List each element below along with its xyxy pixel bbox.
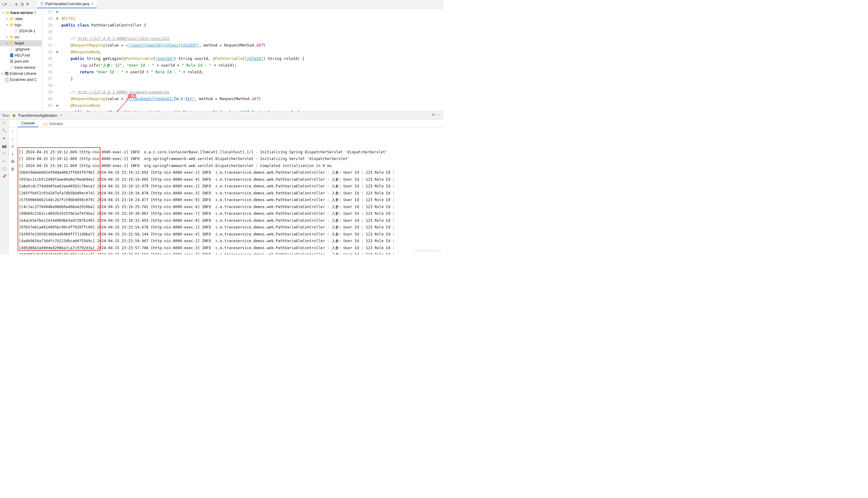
clear-icon[interactable]: 🗑 [11,167,15,171]
scroll-down-icon[interactable]: ↓ [12,136,14,141]
log-line: [] 2024-04-15 23:19:12.669 [http-nio-808… [19,155,442,162]
run-label: Run: [2,114,10,118]
project-root[interactable]: ▾📁 trace-service D [0,10,42,16]
log-line: [e4acb3efbe124144969b63ed7287b199] 2024-… [19,217,442,224]
tree-node[interactable]: 📄2024-04-1 [0,28,42,34]
actuator-tab[interactable]: ⋀⋁ Actuator [39,120,67,127]
log-line: [da4b0826a73d4fc7b223dbca0075569c] 2024-… [19,238,442,245]
log-line: [053ec11cbfc249dfaae49a0a70ede94a] 2024-… [19,176,442,183]
tree-node[interactable]: Ⓜpom.xml [0,58,42,65]
tree-node[interactable]: 📘HELP.md [0,52,42,58]
layout-icon[interactable]: ▢ [2,167,6,171]
tree-node[interactable]: 📄trace-service [0,65,42,70]
log-line: [485d8843ad404ed298ba7ca7c9792d3a] 2024-… [19,245,442,252]
settings-icon[interactable]: ⚙ [26,2,29,6]
code-content[interactable]: @Slf4j public class PathVariableControll… [60,9,443,112]
log-line: [575906666b214dc2b7fc59bb4694c079] 2024-… [19,197,442,204]
toolbar-dropdown[interactable]: ... [10,2,12,6]
stop-icon[interactable]: ■ [3,136,5,141]
tree-node[interactable]: ▾📁.idea [0,16,42,22]
collapse-icon[interactable]: ⇶ [21,2,23,6]
external-libraries[interactable]: ▸📚 External Librarie [0,70,42,77]
main-toolbar: ▢▾ ... ⊕ ⇶ ⚙ Ⓒ PathVariableController.ja… [0,0,443,9]
camera-icon[interactable]: 📷 [2,144,7,148]
run-toolbar-left: ↻ 🔧 ■ 📷 ⟲ ⇤ ▢ 📌 [0,120,9,254]
debug-restart-icon[interactable]: ⟲ [2,151,6,156]
wrench-icon[interactable]: 🔧 [2,128,7,133]
run-config-name[interactable]: TraceServiceApplication [18,114,57,118]
close-run-config-icon[interactable]: ✕ [60,114,62,117]
project-root-label: trace-service [10,11,33,15]
run-tabs: Console ⋀⋁ Actuator [9,120,443,128]
java-class-icon: Ⓒ [40,1,44,6]
run-panel: Run: ⬢ TraceServiceApplication ✕ ⚙ — ↻ 🔧… [0,112,443,254]
spring-boot-icon: ⬢ [12,114,15,118]
log-line: [09b69c2261cc4692b1915f0e1ef4f4ba] 2024-… [19,210,442,217]
target-icon[interactable]: ⊕ [15,2,18,6]
run-header: Run: ⬢ TraceServiceApplication ✕ ⚙ — [0,112,443,120]
log-line: [bb919e6de6b54f848a4002ff603f0796] 2024-… [19,169,442,176]
log-line: [a8e5cdc774dd40fea63aa465b2c76ece] 2024-… [19,183,442,190]
run-settings-icon[interactable]: ⚙ — [432,113,439,117]
rerun-icon[interactable]: ↻ [2,121,6,125]
log-line: [] 2024-04-15 23:19:12.669 [http-nio-808… [19,162,442,169]
project-tree[interactable]: ▾📁 trace-service D ▾📁.idea▾📁logs📄2024-04… [0,9,42,112]
editor-tab-active[interactable]: Ⓒ PathVariableController.java ✕ [37,0,97,8]
log-line: [42097e23030240bba4b9b0ff711d9be7] 2024-… [19,231,442,238]
project-dropdown-icon[interactable]: ▢▾ [2,2,7,6]
actuator-icon: ⋀⋁ [43,122,49,126]
watermark: CSDN @程序员李哈 [414,249,442,253]
editor-tab-label: PathVariableController.java [46,2,90,6]
pin-icon[interactable]: 📌 [2,174,7,179]
close-tab-icon[interactable]: ✕ [91,2,94,6]
exit-icon[interactable]: ⇤ [2,159,6,163]
print-icon[interactable]: 🖶 [11,159,15,164]
tree-node[interactable]: ▸📁src [0,34,42,40]
gutter-marks: ●●●● [55,9,60,112]
tree-node[interactable]: ▾📁logs [0,22,42,28]
soft-wrap-icon[interactable]: ↲ [11,144,14,148]
line-number-gutter: 272829303132333435363738394041 [42,9,55,112]
tree-node[interactable]: ▸📁target [0,40,42,46]
annotation-success: 成功 [127,93,137,100]
log-line: [0ddd97efaf284feb8fe09cdf1ac6cecd] 2024-… [19,251,442,254]
scroll-to-end-icon[interactable]: ⤓ [11,152,14,156]
log-line: [07b57e81a4914905bc99c4ff020ffc09] 2024-… [19,224,442,231]
log-line: [] 2024-04-15 23:19:12.669 [http-nio-808… [19,149,442,156]
log-line: [c4c7ac37764948a986b0a408a42020ba] 2024-… [19,204,442,210]
log-line: [265ffb4f2c0342d7afa7db5bbd9ec074] 2024-… [19,190,442,197]
console-output[interactable]: [] 2024-04-15 23:19:12.669 [http-nio-808… [17,128,443,254]
code-editor[interactable]: 272829303132333435363738394041 ●●●● @Slf… [42,9,443,112]
tree-node[interactable]: 📄.gitignore [0,46,42,52]
annotation-arrow [81,92,133,112]
console-toolbar: ↑ ↓ ↲ ⤓ 🖶 🗑 [9,128,17,254]
scratches[interactable]: 📋 Scratches and C [0,77,42,83]
console-tab[interactable]: Console [18,120,38,127]
scroll-up-icon[interactable]: ↑ [12,129,14,133]
